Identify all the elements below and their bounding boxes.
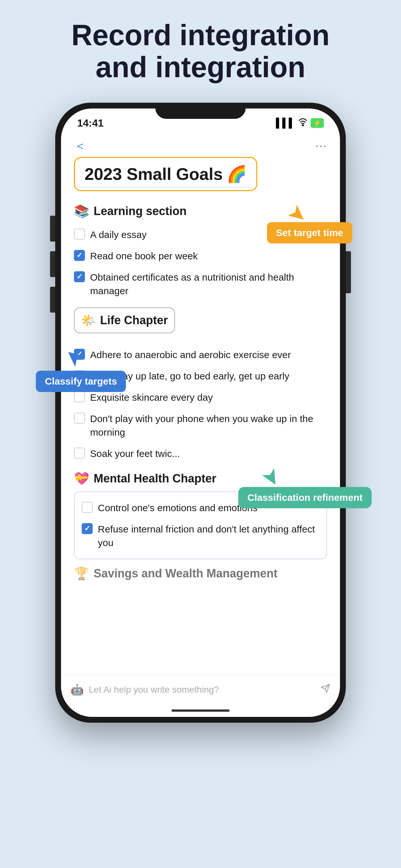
mental-emoji: 💝	[74, 471, 89, 486]
nav-bar: ＜ ···	[61, 134, 340, 157]
list-item: Soak your feet twic...	[74, 443, 327, 464]
savings-emoji: 🏆	[74, 566, 89, 581]
item-text: Control one's emotions and emotions	[98, 501, 257, 515]
ai-input-bar: 🤖 Let Ai help you write something?	[61, 675, 340, 704]
savings-section-header: 🏆 Savings and Wealth Management	[74, 566, 327, 581]
svg-point-0	[302, 125, 304, 126]
item-text: Read one book per week	[90, 249, 198, 263]
list-item: Refuse internal friction and don't let a…	[82, 519, 319, 554]
list-item: Don't play with your phone when you wake…	[74, 408, 327, 443]
wifi-icon	[298, 118, 307, 129]
item-text: A daily essay	[90, 228, 147, 242]
ai-send-icon[interactable]	[320, 684, 330, 695]
savings-title: Savings and Wealth Management	[94, 567, 277, 580]
home-indicator	[61, 704, 340, 717]
goal-emoji: 🌈	[227, 165, 247, 183]
power-button	[346, 251, 351, 293]
goal-title-card: 2023 Small Goals 🌈	[74, 157, 257, 191]
checkbox-7[interactable]	[74, 413, 85, 424]
learning-title: Learning section	[94, 205, 187, 218]
checkbox-3[interactable]	[74, 271, 85, 282]
signal-icon: ▌▌▌	[276, 118, 295, 128]
list-item: Read one book per week	[74, 245, 327, 267]
home-bar	[172, 709, 229, 712]
item-text: Refuse internal friction and don't let a…	[98, 523, 319, 550]
life-chapter-section-header: 🌤️ Life Chapter	[74, 307, 175, 333]
back-button[interactable]: ＜	[74, 137, 86, 154]
refinement-callout: Classification refinement	[238, 487, 372, 508]
item-text: Exquisite skincare every day	[90, 391, 213, 404]
goal-title-text: 2023 Small Goals	[85, 164, 223, 184]
list-item: Adhere to anaerobic and aerobic exercise…	[74, 344, 327, 366]
mental-section-header: 💝 Mental Health Chapter	[74, 471, 327, 486]
ai-robot-icon: 🤖	[71, 684, 84, 696]
life-title: Life Chapter	[100, 314, 168, 327]
phone-mockup: 14:41 ▌▌▌ ⚡ ＜ ··	[55, 103, 346, 723]
ai-placeholder-text[interactable]: Let Ai help you write something?	[89, 685, 315, 695]
volume-up-button	[50, 216, 55, 242]
life-emoji: 🌤️	[81, 313, 96, 328]
checkbox-1[interactable]	[74, 228, 85, 240]
classify-callout: Classify targets	[36, 371, 126, 392]
silent-button	[50, 287, 55, 313]
status-icons: ▌▌▌ ⚡	[276, 118, 324, 129]
list-item: Obtained certificates as a nutritionist …	[74, 267, 327, 302]
checkbox-10[interactable]	[82, 523, 93, 534]
item-text: Soak your feet twic...	[90, 447, 180, 461]
battery-icon: ⚡	[311, 118, 324, 128]
checkbox-2[interactable]	[74, 250, 85, 261]
item-text: Obtained certificates as a nutritionist …	[90, 271, 327, 298]
mental-title: Mental Health Chapter	[94, 472, 216, 485]
item-text: Don't play with your phone when you wake…	[90, 412, 327, 439]
status-time: 14:41	[77, 117, 104, 129]
learning-emoji: 📚	[74, 204, 89, 218]
phone-frame: 14:41 ▌▌▌ ⚡ ＜ ··	[55, 103, 346, 723]
checkbox-9[interactable]	[82, 502, 93, 513]
set-target-callout: Set target time	[267, 222, 352, 244]
page-title: Record integration and integration	[45, 20, 356, 83]
item-text: Adhere to anaerobic and aerobic exercise…	[90, 348, 291, 362]
more-button[interactable]: ···	[315, 139, 327, 152]
notch	[155, 103, 246, 119]
checkbox-8[interactable]	[74, 447, 85, 459]
volume-down-button	[50, 251, 55, 277]
checkbox-6[interactable]	[74, 392, 85, 402]
